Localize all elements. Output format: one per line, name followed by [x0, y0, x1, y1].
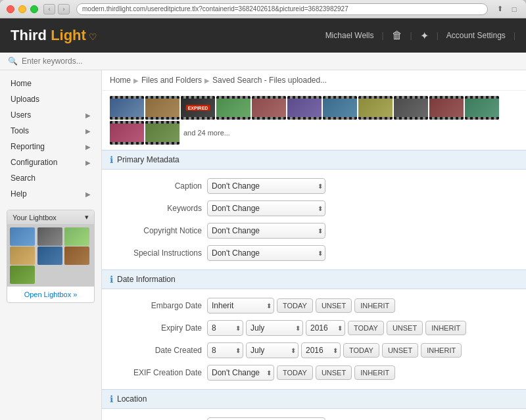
nav-buttons: ‹ › [43, 4, 70, 14]
sidebar-item-uploads[interactable]: Uploads [0, 91, 101, 107]
dropbox-icon[interactable]: ✦ [420, 30, 429, 42]
sidebar-item-help[interactable]: Help ▶ [0, 186, 101, 202]
special-instructions-select[interactable]: Don't Change Set Value Clear [207, 245, 325, 261]
keywords-row: Keywords Don't Change Set Value Clear [102, 197, 526, 220]
thumbnail-9[interactable] [429, 96, 464, 120]
exif-unset-button[interactable]: UNSET [316, 365, 352, 380]
traffic-lights [7, 5, 38, 13]
sidebar-item-configuration[interactable]: Configuration ▶ [0, 154, 101, 170]
caption-select[interactable]: Don't Change Set Value Clear [207, 178, 325, 194]
logo-icon: ♡ [89, 32, 97, 42]
address-text: modern.thirdlight.com/usereditpicture.tl… [82, 5, 348, 12]
back-button[interactable]: ‹ [43, 4, 55, 14]
thumbnail-expired[interactable]: EXPIRED [181, 96, 215, 120]
embargo-unset-button[interactable]: UNSET [316, 298, 352, 313]
expiry-date-row: Expiry Date 8 July JanuaryFebruaryMarch … [102, 317, 526, 339]
city-select[interactable]: Don't Change Set Value Clear [207, 417, 325, 420]
sidebar-item-search[interactable]: Search [0, 170, 101, 186]
expiry-day-select[interactable]: 8 [207, 320, 243, 336]
thumbnail-12[interactable] [145, 121, 179, 145]
date-created-controls: 8 July 2016 TODA [207, 342, 462, 358]
primary-metadata-title: Primary Metadata [117, 155, 179, 164]
embargo-controls: Inherit Set Date Don't Change TODAY UNSE… [207, 298, 395, 314]
breadcrumb-sep-2: ▶ [204, 77, 210, 84]
maximize-button[interactable] [30, 5, 38, 13]
date-created-today-button[interactable]: TODAY [343, 343, 379, 358]
embargo-select[interactable]: Inherit Set Date Don't Change [207, 298, 274, 314]
search-bar: 🔍 [0, 53, 526, 70]
thumbnail-10[interactable] [465, 96, 499, 120]
exif-select[interactable]: Don't Change Set Date [207, 365, 274, 381]
breadcrumb: Home ▶ Files and Folders ▶ Saved Search … [102, 70, 526, 91]
account-settings-link[interactable]: Account Settings [446, 31, 506, 40]
minimize-button[interactable] [18, 5, 26, 13]
breadcrumb-files[interactable]: Files and Folders [141, 76, 202, 85]
date-created-row: Date Created 8 July [102, 339, 526, 362]
date-created-inherit-button[interactable]: INHERIT [421, 343, 462, 358]
logo: Third Light ♡ [11, 27, 97, 44]
special-instructions-label: Special Instructions [110, 248, 202, 258]
expiry-inherit-button[interactable]: INHERIT [425, 321, 466, 335]
date-created-unset-button[interactable]: UNSET [382, 343, 418, 358]
thumbnail-4[interactable] [252, 96, 286, 120]
search-input[interactable] [22, 57, 153, 66]
sidebar-item-users[interactable]: Users ▶ [0, 107, 101, 123]
caption-label: Caption [110, 181, 202, 191]
open-lightbox-link[interactable]: Open Lightbox » [7, 287, 94, 302]
location-form: City Don't Change Set Value Clear [102, 409, 526, 420]
reporting-arrow-icon: ▶ [85, 143, 91, 151]
breadcrumb-home[interactable]: Home [110, 76, 131, 85]
main-layout: Home Uploads Users ▶ Tools ▶ Reporting ▶… [0, 70, 526, 420]
thumbnail-2[interactable] [145, 96, 179, 120]
lightbox-thumb-4 [10, 246, 35, 265]
lightbox-thumb-5 [37, 246, 62, 265]
expiry-unset-button[interactable]: UNSET [387, 321, 423, 335]
exif-label: EXIF Creation Date [110, 368, 202, 377]
thumbnail-1[interactable] [110, 96, 144, 120]
user-name[interactable]: Michael Wells [325, 31, 374, 40]
copyright-select-wrapper: Don't Change Set Value Clear [207, 223, 325, 239]
exif-controls: Don't Change Set Date TODAY UNSET INHERI… [207, 365, 395, 381]
expiry-month-select[interactable]: July JanuaryFebruaryMarch AprilMayJune A… [246, 320, 303, 336]
keywords-select[interactable]: Don't Change Set Value Clear [207, 200, 325, 216]
city-row: City Don't Change Set Value Clear [102, 414, 526, 420]
exif-inherit-button[interactable]: INHERIT [354, 365, 395, 380]
special-instructions-select-wrapper: Don't Change Set Value Clear [207, 245, 325, 261]
toolbar-icons: ⬆ □ [494, 4, 519, 14]
date-information-icon: ℹ [110, 274, 113, 285]
lightbox-thumb-6 [64, 246, 89, 265]
close-button[interactable] [7, 5, 14, 13]
forward-button[interactable]: › [58, 4, 70, 14]
date-created-year-select[interactable]: 2016 [301, 342, 341, 358]
copyright-select[interactable]: Don't Change Set Value Clear [207, 223, 325, 239]
thumbnail-7[interactable] [358, 96, 393, 120]
trash-icon[interactable]: 🗑 [392, 30, 402, 41]
expiry-label: Expiry Date [110, 323, 202, 333]
address-bar[interactable]: modern.thirdlight.com/usereditpicture.tl… [76, 3, 488, 15]
caption-select-wrapper: Don't Change Set Value Clear [207, 178, 325, 194]
date-created-day-select[interactable]: 8 [207, 342, 243, 358]
thumbnail-6[interactable] [323, 96, 357, 120]
sidebar-item-reporting[interactable]: Reporting ▶ [0, 139, 101, 154]
date-information-form: Embargo Date Inherit Set Date Don't Chan… [102, 289, 526, 389]
more-images-text: and 24 more... [183, 129, 230, 137]
embargo-today-button[interactable]: TODAY [277, 298, 313, 313]
lightbox-thumb-1 [10, 227, 35, 246]
embargo-inherit-button[interactable]: INHERIT [354, 298, 395, 313]
embargo-date-row: Embargo Date Inherit Set Date Don't Chan… [102, 294, 526, 317]
bookmark-icon[interactable]: □ [509, 4, 519, 14]
date-created-month-select[interactable]: July [246, 342, 299, 358]
thumbnail-5[interactable] [287, 96, 322, 120]
image-strip: EXPIRED and 24 more... [102, 91, 526, 150]
expiry-year-select[interactable]: 2016 [306, 320, 345, 336]
thumbnail-11[interactable] [110, 121, 144, 145]
sidebar-item-tools[interactable]: Tools ▶ [0, 123, 101, 139]
sidebar-item-home[interactable]: Home [0, 76, 101, 91]
lightbox-dropdown-icon[interactable]: ▾ [85, 213, 89, 222]
thumbnail-3[interactable] [216, 96, 251, 120]
share-icon[interactable]: ⬆ [494, 4, 505, 14]
lightbox-header: Your Lightbox ▾ [7, 210, 94, 225]
thumbnail-8[interactable] [394, 96, 428, 120]
expiry-today-button[interactable]: TODAY [348, 321, 384, 335]
exif-today-button[interactable]: TODAY [277, 365, 313, 380]
